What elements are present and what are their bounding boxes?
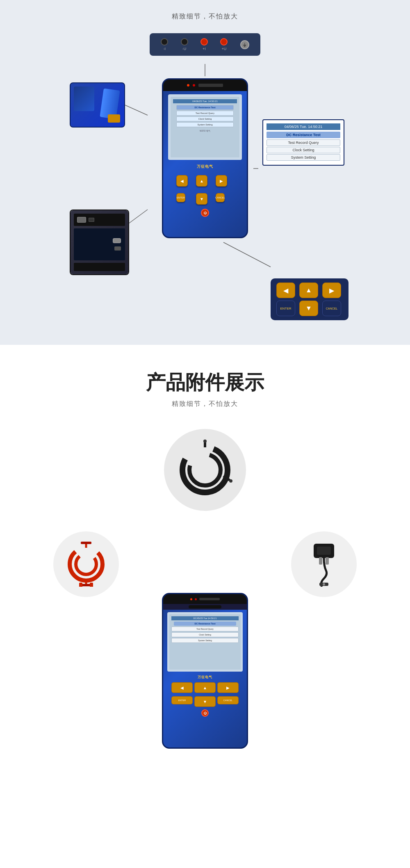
- popup-item-2: Clock Setting: [266, 147, 340, 153]
- panel-btn-left[interactable]: ◀: [276, 282, 295, 298]
- product-screen-item2: Clock Setting: [171, 632, 239, 637]
- product-btn-left[interactable]: ◀: [171, 682, 193, 693]
- thumbnail-ports: [70, 210, 129, 275]
- device-led-red: [187, 84, 189, 87]
- panel-btn-cancel-label: CANCEL: [322, 301, 341, 316]
- screen-item-2: Clock Setting: [176, 116, 234, 121]
- panel-btn-right[interactable]: ▶: [322, 282, 341, 298]
- device-logo: 万征电气: [163, 163, 247, 170]
- terminal-post-plus-i: [200, 38, 208, 46]
- product-device-body: DC/05/25 Tue 14:50:21 DC Resistance Test…: [162, 593, 248, 749]
- btn-down[interactable]: ▼: [196, 193, 207, 205]
- product-screen-title: DC Resistance Test: [174, 622, 236, 626]
- svg-point-13: [76, 554, 96, 574]
- cable-svg: [174, 439, 236, 501]
- detail-section: 精致细节，不怕放大 -I -U: [0, 0, 410, 345]
- svg-rect-22: [319, 557, 322, 565]
- panel-btn-up[interactable]: ▲: [299, 282, 318, 298]
- products-section: 产品附件展示 精致细节，不怕放大: [0, 345, 410, 765]
- screen-menu-title: DC Resistance Test: [176, 105, 234, 110]
- svg-rect-23: [326, 557, 329, 565]
- svg-point-11: [229, 479, 232, 483]
- accessories-layout: DC/05/25 Tue 14:50:21 DC Resistance Test…: [41, 429, 369, 749]
- product-btn-cancel[interactable]: CANCEL: [217, 696, 239, 704]
- product-power-btn[interactable]: ⏻: [201, 709, 209, 717]
- popup-menu-title: DC Resistance Test: [266, 132, 340, 138]
- terminal-plus-i: +I: [200, 38, 208, 51]
- screen-content: 04/06/25 Tue. 14:50:21 DC Resistance Tes…: [171, 97, 239, 157]
- charger-visual-container: [301, 542, 346, 587]
- device-led-red2: [193, 84, 195, 87]
- device-screen: 04/06/25 Tue. 14:50:21 DC Resistance Tes…: [168, 94, 242, 160]
- screen-header: 04/06/25 Tue. 14:50:21: [173, 99, 237, 103]
- popup-header: 04/06/25 Tue. 14:50:21: [266, 123, 340, 130]
- btn-up[interactable]: ▲: [196, 175, 207, 187]
- svg-point-7: [189, 454, 221, 485]
- svg-rect-19: [90, 583, 93, 587]
- connector-panel: -I -U +I +U ⏚: [150, 33, 260, 56]
- ports-detail: [71, 210, 128, 274]
- svg-point-25: [323, 583, 325, 586]
- device-action-buttons: ENTER ▼ CANCEL: [168, 191, 242, 206]
- terminal-label-minus-u: -U: [182, 47, 187, 51]
- product-btn-down[interactable]: ▼: [194, 696, 216, 707]
- popup-item-1: Test Record Query: [266, 139, 340, 146]
- red-cable-svg: [64, 542, 109, 587]
- product-screen-header: DC/05/25 Tue 14:50:21: [171, 616, 239, 620]
- product-action-buttons: ENTER ▼ CANCEL: [163, 695, 247, 708]
- product-screen-item1: Test Record Query: [171, 627, 239, 631]
- btn-right[interactable]: ▶: [216, 175, 227, 187]
- terminal-post-plus-u: [220, 38, 228, 46]
- terminal-minus-u: -U: [181, 38, 188, 51]
- device-diagram: -I -U +I +U ⏚: [61, 33, 348, 328]
- btn-power[interactable]: ⏻: [201, 209, 209, 217]
- screen-popup: 04/06/25 Tue. 14:50:21 DC Resistance Tes…: [262, 119, 344, 166]
- main-product-device: DC/05/25 Tue 14:50:21 DC Resistance Test…: [160, 593, 250, 749]
- terminal-plus-u: +U: [220, 38, 228, 51]
- btn-cancel[interactable]: CANCEL: [216, 193, 225, 202]
- terminal-post-minus-u: [181, 38, 188, 46]
- terminal-label-plus-u: +U: [221, 47, 226, 51]
- accessory-red-cable: [53, 531, 119, 597]
- product-btn-up[interactable]: ▲: [194, 682, 216, 693]
- ground-terminal: ⏚: [240, 40, 249, 49]
- product-nav-buttons: ◀ ▲ ▶: [163, 680, 247, 695]
- detail-subtitle: 精致细节，不怕放大: [8, 12, 402, 21]
- device-top-strip: [163, 80, 247, 91]
- accessory-cable: [164, 429, 246, 511]
- panel-btn-enter-label: ENTER: [276, 301, 295, 316]
- products-title: 产品附件展示: [8, 369, 402, 396]
- terminal-post-minus-i: [161, 38, 168, 46]
- svg-rect-21: [317, 547, 331, 555]
- product-device-logo: 万征电气: [163, 674, 247, 680]
- products-subtitle: 精致细节，不怕放大: [8, 400, 402, 408]
- cable-visual-container: [174, 439, 236, 501]
- terminal-label-plus-i: +I: [203, 47, 206, 51]
- red-cable-visual: [64, 542, 109, 587]
- svg-line-5: [223, 242, 271, 267]
- product-btn-right[interactable]: ▶: [217, 682, 239, 693]
- screen-item-1: Test Record Query: [176, 111, 234, 116]
- product-screen-item3: System Setting: [171, 638, 239, 643]
- btn-enter[interactable]: ENTER: [176, 193, 185, 202]
- svg-rect-18: [79, 583, 82, 587]
- terminal-label-minus-i: -I: [163, 47, 166, 51]
- svg-point-9: [203, 440, 207, 443]
- button-panel-enlarged: ◀ ▲ ▶ ENTER ▼ CANCEL: [271, 278, 348, 320]
- main-device-body: 04/06/25 Tue. 14:50:21 DC Resistance Tes…: [162, 78, 248, 238]
- product-device-strip: [163, 594, 247, 604]
- popup-item-3: System Setting: [266, 154, 340, 161]
- btn-left[interactable]: ◀: [176, 175, 188, 187]
- strap-detail: [71, 83, 124, 127]
- thumbnail-strap: [70, 82, 125, 128]
- terminal-minus-i: -I: [161, 38, 168, 51]
- product-btn-enter[interactable]: ENTER: [171, 696, 193, 704]
- svg-rect-15: [81, 542, 91, 544]
- screen-item-3: System Setting: [176, 122, 234, 127]
- charger-svg: [301, 542, 346, 587]
- accessory-charger: [291, 531, 357, 597]
- device-nav-buttons: ◀ ▲ ▶: [168, 173, 242, 189]
- panel-btn-down[interactable]: ▼: [299, 301, 318, 316]
